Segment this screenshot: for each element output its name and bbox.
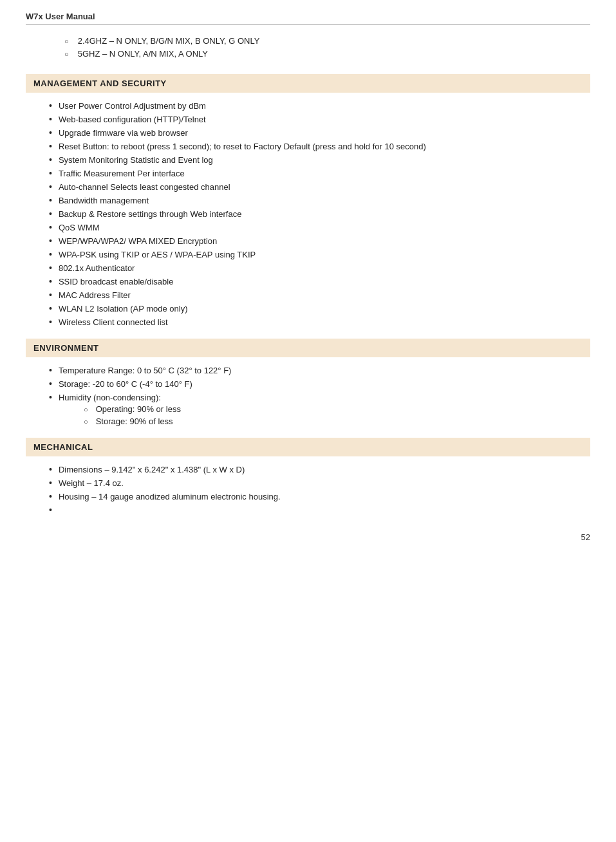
environment-bullet-list: Temperature Range: 0 to 50° C (32° to 12…	[26, 365, 590, 426]
list-item: Humidity (non-condensing):Operating: 90%…	[46, 392, 590, 426]
humidity-sub-list: Operating: 90% or lessStorage: 90% of le…	[49, 404, 590, 426]
list-item: WEP/WPA/WPA2/ WPA MIXED Encryption	[46, 236, 590, 246]
management-bullet-list: User Power Control Adjustment by dBmWeb-…	[26, 100, 590, 327]
list-item: Wireless Client connected list	[46, 317, 590, 327]
intro-list-item: 5GHZ – N ONLY, A/N MIX, A ONLY	[64, 49, 590, 59]
list-item: Dimensions – 9.142" x 6.242" x 1.438" (L…	[46, 464, 590, 474]
list-item: Reset Button: to reboot (press 1 second)…	[46, 141, 590, 151]
list-item: Weight – 17.4 oz.	[46, 478, 590, 488]
mechanical-bullet-list: Dimensions – 9.142" x 6.242" x 1.438" (L…	[26, 464, 590, 515]
list-item: Temperature Range: 0 to 50° C (32° to 12…	[46, 365, 590, 375]
list-item: Upgrade firmware via web browser	[46, 127, 590, 138]
list-item: MAC Address Filter	[46, 290, 590, 300]
list-item: System Monitoring Statistic and Event lo…	[46, 154, 590, 165]
list-item: QoS WMM	[46, 222, 590, 232]
intro-list: 2.4GHZ – N ONLY, B/G/N MIX, B ONLY, G ON…	[26, 36, 590, 59]
header-title: W7x User Manual	[26, 12, 95, 21]
list-item: Web-based configuration (HTTP)/Telnet	[46, 114, 590, 124]
list-item: WLAN L2 Isolation (AP mode only)	[46, 303, 590, 313]
list-item: WPA-PSK using TKIP or AES / WPA-EAP usin…	[46, 249, 590, 259]
list-item: SSID broadcast enable/disable	[46, 276, 590, 286]
list-item: 802.1x Authenticator	[46, 263, 590, 273]
list-item: Traffic Measurement Per interface	[46, 168, 590, 178]
list-item: Auto-channel Selects least congested cha…	[46, 182, 590, 192]
header-bar: W7x User Manual	[26, 12, 590, 24]
management-section-header: MANAGEMENT AND SECURITY	[26, 74, 590, 93]
list-item: Bandwidth management	[46, 195, 590, 205]
list-item: Storage: -20 to 60° C (-4° to 140° F)	[46, 379, 590, 389]
sub-list-item: Storage: 90% of less	[81, 416, 590, 426]
mechanical-section: MECHANICAL Dimensions – 9.142" x 6.242" …	[26, 438, 590, 515]
list-item	[46, 505, 590, 515]
page-number: 52	[581, 532, 590, 542]
mechanical-section-header: MECHANICAL	[26, 438, 590, 456]
list-item: Backup & Restore settings through Web in…	[46, 209, 590, 219]
intro-list-item: 2.4GHZ – N ONLY, B/G/N MIX, B ONLY, G ON…	[64, 36, 590, 46]
environment-section: ENVIRONMENT Temperature Range: 0 to 50° …	[26, 339, 590, 426]
sub-list-item: Operating: 90% or less	[81, 404, 590, 414]
environment-section-header: ENVIRONMENT	[26, 339, 590, 357]
management-section: MANAGEMENT AND SECURITY User Power Contr…	[26, 74, 590, 327]
list-item: User Power Control Adjustment by dBm	[46, 100, 590, 111]
list-item: Housing – 14 gauge anodized aluminum ele…	[46, 491, 590, 501]
page-wrapper: W7x User Manual 2.4GHZ – N ONLY, B/G/N M…	[0, 0, 616, 552]
